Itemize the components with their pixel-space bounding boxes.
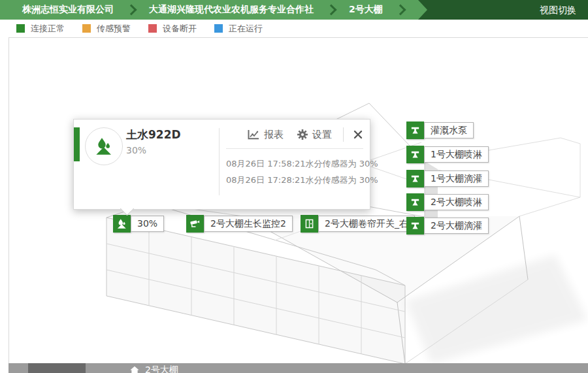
camera-icon (186, 215, 204, 233)
report-label: 报表 (264, 129, 284, 141)
sensor-log-entry: 08月26日 17:58:21水分传感器为 30% (226, 155, 378, 172)
sensor-detail-popup: 土水922D 30% 报表 设置 08月26日 17:58:21水分传感器为 3… (73, 119, 370, 210)
device-label: 2号大棚滴灌 (424, 218, 489, 234)
house-icon (129, 365, 140, 373)
device-soil-moisture-sensor[interactable]: 30% (113, 215, 164, 233)
view-switch-button[interactable]: 视图切换 (528, 0, 588, 20)
device-label: 1号大棚滴灌 (424, 170, 489, 187)
actions-divider (343, 127, 344, 142)
header-spacer (427, 0, 528, 20)
device-label: 1号大棚喷淋 (424, 146, 489, 163)
valve-icon (406, 146, 424, 163)
door-icon (301, 215, 318, 233)
breadcrumb-greenhouse2[interactable]: 2号大棚 (349, 4, 383, 16)
sensor-log-list: 08月26日 17:58:21水分传感器为 30% 08月26日 17:28:2… (226, 155, 378, 188)
device-gh1-sprinkler[interactable]: 1号大棚喷淋 (406, 146, 489, 163)
close-icon (353, 130, 363, 139)
legend-item-disconnected: 设备断开 (148, 23, 197, 35)
breadcrumb: 株洲志恒实业有限公司 大通湖兴隆现代农业农机服务专业合作社 2号大棚 (0, 0, 418, 20)
device-label: 30% (131, 216, 164, 232)
blue-status-swatch (214, 24, 223, 33)
valve-icon (406, 193, 424, 211)
device-curtain-switch[interactable]: 2号大棚卷帘开关_右 (301, 215, 415, 233)
legend-label: 设备断开 (163, 23, 197, 35)
close-button[interactable] (353, 130, 363, 139)
legend-item-running: 正在运行 (214, 23, 263, 35)
line-chart-icon (247, 129, 260, 140)
green-status-swatch (16, 24, 25, 33)
device-gh2-sprinkler[interactable]: 2号大棚喷淋 (406, 193, 489, 211)
popup-accent-bar (74, 127, 80, 161)
popup-horizontal-divider (226, 148, 363, 149)
chevron-right-icon (395, 5, 406, 16)
device-label: 2号大棚生长监控2 (204, 216, 293, 232)
legend-label: 连接正常 (31, 23, 65, 35)
chevron-right-icon (126, 5, 137, 16)
settings-button[interactable]: 设置 (297, 129, 332, 141)
valve-icon (406, 170, 424, 187)
gear-icon (297, 129, 308, 140)
status-legend: 连接正常 传感预警 设备断开 正在运行 (16, 20, 263, 37)
red-status-swatch (148, 24, 157, 33)
popup-actions: 报表 设置 (247, 127, 363, 142)
bottom-bar-tab[interactable] (28, 363, 86, 373)
bottom-bar: 2号大棚 (8, 363, 588, 373)
sensor-value: 30% (126, 145, 146, 155)
device-gh1-drip[interactable]: 1号大棚滴灌 (406, 170, 489, 187)
soil-moisture-icon (85, 127, 123, 165)
device-irrigation-pump[interactable]: 灌溉水泵 (406, 122, 474, 139)
bottom-bar-title: 2号大棚 (129, 365, 178, 373)
settings-label: 设置 (312, 129, 332, 141)
legend-item-sensor-warning: 传感预警 (82, 23, 131, 35)
sensor-log-entry: 08月26日 17:28:21水分传感器为 30% (226, 172, 378, 188)
valve-icon (406, 122, 424, 139)
breadcrumb-arrow-end (418, 0, 427, 20)
valve-icon (406, 217, 424, 235)
sensor-name: 土水922D (126, 127, 181, 142)
breadcrumb-company[interactable]: 株洲志恒实业有限公司 (22, 4, 114, 16)
legend-label: 正在运行 (229, 23, 263, 35)
device-gh2-drip[interactable]: 2号大棚滴灌 (406, 217, 489, 235)
popup-vertical-divider (219, 128, 220, 195)
header-bar: 株洲志恒实业有限公司 大通湖兴隆现代农业农机服务专业合作社 2号大棚 视图切换 (0, 0, 588, 20)
breadcrumb-cooperative[interactable]: 大通湖兴隆现代农业农机服务专业合作社 (149, 4, 314, 16)
device-label: 灌溉水泵 (424, 122, 474, 138)
orange-status-swatch (82, 24, 91, 33)
bottom-bar-title-label: 2号大棚 (145, 365, 178, 373)
device-growth-camera[interactable]: 2号大棚生长监控2 (186, 215, 293, 233)
app-window: 株洲志恒实业有限公司 大通湖兴隆现代农业农机服务专业合作社 2号大棚 视图切换 … (0, 0, 588, 373)
chevron-right-icon (326, 5, 337, 16)
legend-label: 传感预警 (97, 23, 131, 35)
soil-moisture-icon (113, 215, 131, 233)
report-button[interactable]: 报表 (247, 129, 284, 141)
device-label: 2号大棚喷淋 (424, 194, 489, 210)
device-label: 2号大棚卷帘开关_右 (318, 216, 415, 232)
legend-item-connected: 连接正常 (16, 23, 65, 35)
